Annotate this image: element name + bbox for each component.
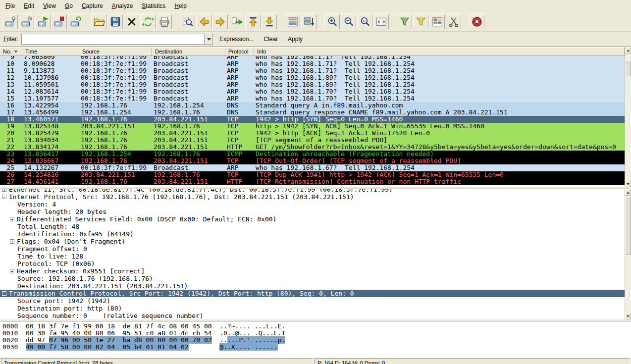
detail-line[interactable]: Total Length: 48 bbox=[0, 223, 625, 230]
autoscroll-button[interactable] bbox=[301, 14, 316, 29]
help-button[interactable] bbox=[469, 14, 484, 29]
collapse-icon[interactable]: - bbox=[2, 291, 6, 296]
capture-options-button[interactable] bbox=[19, 14, 34, 29]
capture-restart-button[interactable] bbox=[68, 14, 83, 29]
column-header-no[interactable]: No. bbox=[0, 47, 22, 56]
menu-file[interactable]: File bbox=[1, 0, 19, 11]
list-interfaces-button[interactable] bbox=[2, 14, 18, 29]
packet-row[interactable]: 2614.234816203.84.221.151192.168.1.76TCP… bbox=[0, 171, 625, 178]
packet-row[interactable]: 1713.456499192.168.1.254192.168.1.76DNSS… bbox=[0, 109, 625, 116]
clear-button[interactable]: Clear bbox=[260, 34, 281, 44]
filter-input[interactable] bbox=[21, 34, 205, 45]
menu-help[interactable]: Help bbox=[170, 0, 191, 11]
menu-statistics[interactable]: Statistics bbox=[137, 0, 170, 11]
scroll-up-button[interactable] bbox=[625, 189, 631, 196]
zoom-out-button[interactable] bbox=[341, 14, 356, 29]
hex-line[interactable]: 003040 00 f7 58 00 00 02 04 05 b4 01 01 … bbox=[2, 344, 631, 351]
menu-analyze[interactable]: Analyze bbox=[107, 0, 138, 11]
packet-row[interactable]: 2714.436141192.168.1.76203.84.221.151HTT… bbox=[0, 178, 625, 185]
zoom-in-button[interactable] bbox=[324, 14, 340, 29]
column-header-protocol[interactable]: Protocol bbox=[225, 47, 254, 56]
detail-line[interactable]: -Internet Protocol, Src: 192.168.1.76 (1… bbox=[0, 193, 625, 201]
column-header-source[interactable]: Source bbox=[79, 47, 152, 56]
scroll-thumb[interactable] bbox=[625, 60, 631, 76]
goto-bottom-button[interactable] bbox=[262, 14, 277, 29]
detail-line[interactable]: Fragment offset: 0 bbox=[0, 245, 625, 253]
packet-row[interactable]: 1412.08361400:18:3f:7e:f1:99BroadcastARP… bbox=[0, 88, 625, 95]
detail-line[interactable]: Destination port: http (80) bbox=[0, 305, 625, 312]
detail-line[interactable]: -Transmission Control Protocol, Src Port… bbox=[0, 290, 625, 297]
packet-list-scrollbar[interactable] bbox=[625, 47, 631, 187]
expand-icon[interactable]: + bbox=[10, 269, 14, 273]
filter-dropdown-button[interactable] bbox=[205, 34, 213, 45]
packet-row[interactable]: 1913.825148203.84.221.151192.168.1.76TCP… bbox=[0, 123, 625, 130]
detail-line[interactable]: +Ethernet II, Src: 00:18:de:81:7f:4c (00… bbox=[0, 189, 625, 193]
expand-icon[interactable]: + bbox=[2, 189, 6, 192]
packet-row[interactable]: 1813.460571192.168.1.76203.84.221.151TCP… bbox=[0, 116, 625, 123]
packet-row[interactable]: 108.09062800:18:3f:7e:f1:99BroadcastARPw… bbox=[0, 60, 625, 67]
detail-line[interactable]: Time to live: 128 bbox=[0, 253, 625, 260]
scroll-down-button[interactable] bbox=[625, 313, 631, 319]
capture-stop-button[interactable] bbox=[52, 14, 67, 29]
expression-button[interactable]: Expression... bbox=[216, 34, 257, 44]
detail-line[interactable]: Identification: 0xfa95 (64149) bbox=[0, 230, 625, 238]
menu-view[interactable]: View bbox=[39, 0, 60, 11]
coloring-rules-button[interactable] bbox=[429, 14, 445, 29]
close-file-button[interactable] bbox=[124, 14, 139, 29]
packet-row[interactable]: 119.11387300:18:3f:7e:f1:99BroadcastARPw… bbox=[0, 67, 625, 74]
reload-button[interactable] bbox=[140, 14, 156, 29]
scroll-thumb[interactable] bbox=[625, 197, 631, 255]
print-button[interactable] bbox=[157, 14, 172, 29]
open-file-button[interactable] bbox=[91, 14, 106, 29]
detail-line[interactable]: +Flags: 0x04 (Don't Fragment) bbox=[0, 238, 625, 245]
packet-row[interactable]: 1613.422954192.168.1.76192.168.1.254DNSS… bbox=[0, 102, 625, 109]
go-forward-button[interactable] bbox=[212, 14, 228, 29]
packet-row[interactable]: 1210.13798600:18:3f:7e:f1:99BroadcastARP… bbox=[0, 74, 625, 81]
column-header-time[interactable]: Time bbox=[22, 47, 79, 56]
detail-line[interactable]: Destination: 203.84.221.151 (203.84.221.… bbox=[0, 282, 625, 290]
hex-line[interactable]: 000000 18 3f 7e f1 99 00 18 de 81 7f 4c … bbox=[2, 323, 631, 330]
packet-row[interactable]: 97.06580900:18:3f:7e:f1:99BroadcastARPwh… bbox=[0, 56, 625, 60]
preferences-button[interactable] bbox=[446, 14, 461, 29]
expand-icon[interactable]: + bbox=[10, 217, 14, 221]
menu-capture[interactable]: Capture bbox=[77, 0, 107, 11]
resize-columns-button[interactable] bbox=[373, 14, 389, 29]
scroll-up-button[interactable] bbox=[625, 47, 631, 53]
hex-line[interactable]: 0020dd 97 07 96 00 50 1e 27 ba d8 00 00 … bbox=[2, 337, 631, 344]
goto-packet-button[interactable] bbox=[229, 14, 244, 29]
scroll-track[interactable] bbox=[625, 53, 631, 181]
packet-row[interactable]: 2113.834034192.168.1.76203.84.221.151TCP… bbox=[0, 137, 625, 144]
scroll-track[interactable] bbox=[625, 196, 631, 313]
detail-line[interactable]: +Header checksum: 0x9551 [correct] bbox=[0, 267, 625, 275]
detail-line[interactable]: Header length: 20 bytes bbox=[0, 208, 625, 215]
find-packet-button[interactable] bbox=[180, 14, 195, 29]
packet-row[interactable]: 2413.836667192.168.1.76203.84.221.151TCP… bbox=[0, 157, 625, 164]
detail-line[interactable]: Sequence number: 0 (relative sequence nu… bbox=[0, 312, 625, 319]
detail-line[interactable]: Protocol: TCP (0x06) bbox=[0, 260, 625, 267]
filter-label[interactable]: Filter: bbox=[3, 36, 18, 43]
capture-start-button[interactable] bbox=[35, 14, 51, 29]
detail-line[interactable]: Version: 4 bbox=[0, 201, 625, 208]
hex-line[interactable]: 001000 30 fa 95 40 00 80 06 95 51 c0 a8 … bbox=[2, 330, 631, 337]
display-filters-button[interactable] bbox=[413, 14, 428, 29]
capture-filters-button[interactable] bbox=[397, 14, 412, 29]
expand-icon[interactable]: + bbox=[10, 239, 14, 244]
packet-row[interactable]: 1311.05950100:18:3f:7e:f1:99BroadcastARP… bbox=[0, 81, 625, 88]
packet-row[interactable]: 2514.13226700:18:3f:7e:f1:99BroadcastARP… bbox=[0, 164, 625, 171]
packet-row[interactable]: 2313.836417192.168.1.254192.168.1.76ICMP… bbox=[0, 151, 625, 157]
zoom-normal-button[interactable]: 1:1 bbox=[357, 14, 372, 29]
menu-go[interactable]: Go bbox=[60, 0, 77, 11]
save-file-button[interactable] bbox=[107, 14, 123, 29]
packet-row[interactable]: 1513.10757700:18:3f:7e:f1:99BroadcastARP… bbox=[0, 95, 625, 102]
details-scrollbar[interactable] bbox=[625, 189, 631, 319]
column-header-info[interactable]: Info bbox=[254, 47, 625, 56]
packet-row[interactable]: 2013.825479192.168.1.76203.84.221.151TCP… bbox=[0, 130, 625, 137]
collapse-icon[interactable]: - bbox=[2, 195, 6, 199]
detail-line[interactable]: +Differentiated Services Field: 0x00 (DS… bbox=[0, 215, 625, 223]
menu-edit[interactable]: Edit bbox=[19, 0, 39, 11]
apply-button[interactable]: Apply bbox=[284, 34, 306, 44]
colorize-button[interactable] bbox=[285, 14, 300, 29]
detail-line[interactable]: Source port: 1942 (1942) bbox=[0, 297, 625, 305]
goto-top-button[interactable] bbox=[245, 14, 261, 29]
packet-row[interactable]: 2213.834174192.168.1.76203.84.221.151HTT… bbox=[0, 144, 625, 151]
